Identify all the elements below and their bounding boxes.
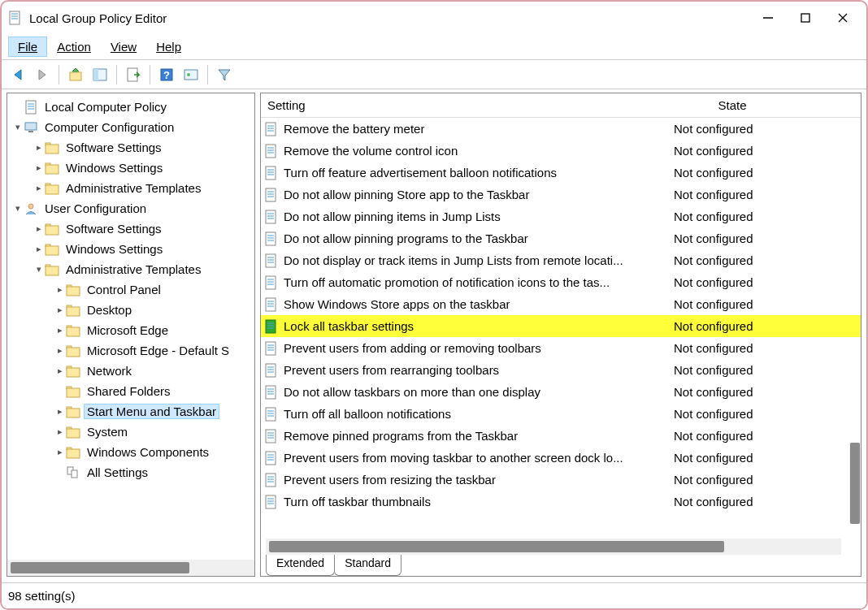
- list-row[interactable]: Do not allow pinning Store app to the Ta…: [261, 184, 861, 205]
- tree-item-label: User Configuration: [41, 201, 150, 215]
- menu-file[interactable]: File: [8, 37, 47, 57]
- list-row[interactable]: Remove the volume control iconNot config…: [261, 140, 861, 162]
- export-list-button[interactable]: [122, 63, 145, 86]
- list-row[interactable]: Prevent users from moving taskbar to ano…: [261, 447, 861, 469]
- list-row[interactable]: Prevent users from resizing the taskbarN…: [261, 469, 861, 491]
- svg-rect-21: [28, 131, 33, 132]
- expander-icon[interactable]: ▾: [12, 122, 24, 132]
- help-button[interactable]: ?: [155, 63, 178, 86]
- settings-list[interactable]: Remove the battery meterNot configuredRe…: [261, 118, 861, 535]
- tree-item[interactable]: ▾User Configuration: [7, 198, 254, 218]
- folder-icon: [45, 181, 59, 196]
- tree-item[interactable]: ▸Microsoft Edge: [7, 320, 254, 340]
- tree-hscrollbar[interactable]: [7, 560, 254, 576]
- tree-item[interactable]: ▸Software Settings: [7, 137, 254, 158]
- svg-rect-115: [266, 452, 276, 465]
- tree-item[interactable]: ▸Desktop: [7, 300, 254, 320]
- setting-label: Remove pinned programs from the Taskbar: [284, 429, 664, 443]
- list-hscrollbar[interactable]: [266, 539, 841, 555]
- menu-view[interactable]: View: [101, 37, 146, 57]
- tree[interactable]: Local Computer Policy▾Computer Configura…: [7, 93, 254, 560]
- expander-icon[interactable]: ▸: [54, 284, 66, 295]
- list-vscrollbar[interactable]: [849, 443, 861, 524]
- policy-setting-icon: [264, 275, 279, 290]
- setting-label: Turn off taskbar thumbnails: [284, 495, 664, 508]
- tree-item[interactable]: Local Computer Policy: [7, 97, 254, 117]
- tree-item[interactable]: ▸Windows Settings: [7, 158, 254, 178]
- expander-icon[interactable]: ▸: [54, 406, 66, 417]
- expander-icon[interactable]: ▸: [54, 325, 66, 335]
- svg-rect-111: [266, 430, 276, 443]
- expander-icon[interactable]: ▸: [54, 366, 66, 376]
- list-row[interactable]: Do not allow taskbars on more than one d…: [261, 381, 861, 403]
- tree-item[interactable]: ▸Network: [7, 361, 254, 381]
- list-row[interactable]: Prevent users from rearranging toolbarsN…: [261, 359, 861, 381]
- list-row[interactable]: Remove the battery meterNot configured: [261, 118, 861, 140]
- svg-rect-48: [67, 409, 80, 417]
- expander-icon[interactable]: ▸: [33, 223, 45, 234]
- list-row[interactable]: Turn off automatic promotion of notifica…: [261, 271, 861, 293]
- list-row[interactable]: Turn off taskbar thumbnailsNot configure…: [261, 491, 861, 513]
- properties-button[interactable]: [180, 63, 202, 86]
- list-row[interactable]: Lock all taskbar settingsNot configured: [261, 315, 861, 337]
- setting-label: Prevent users from resizing the taskbar: [284, 473, 664, 487]
- expander-icon[interactable]: ▾: [12, 203, 24, 214]
- expander-icon[interactable]: ▸: [33, 142, 45, 153]
- expander-icon[interactable]: ▸: [54, 305, 66, 315]
- svg-rect-46: [67, 388, 80, 397]
- setting-state: Not configured: [664, 166, 794, 180]
- tree-item[interactable]: ▸Start Menu and Taskbar: [7, 401, 254, 422]
- tab-standard[interactable]: Standard: [334, 555, 401, 576]
- tree-item[interactable]: ▸Administrative Templates: [7, 178, 254, 198]
- expander-icon[interactable]: ▸: [33, 183, 45, 193]
- expander-icon[interactable]: ▸: [33, 244, 45, 254]
- policy-setting-icon: [264, 122, 279, 136]
- tree-item[interactable]: Shared Folders: [7, 381, 254, 401]
- policy-doc-icon: [24, 100, 38, 115]
- list-row[interactable]: Do not display or track items in Jump Li…: [261, 249, 861, 271]
- tree-item[interactable]: ▸Microsoft Edge - Default S: [7, 340, 254, 361]
- back-button[interactable]: [7, 63, 29, 86]
- expander-icon[interactable]: ▾: [33, 264, 45, 275]
- svg-rect-63: [266, 167, 276, 180]
- tree-item[interactable]: All Settings: [7, 462, 254, 482]
- list-row[interactable]: Remove pinned programs from the TaskbarN…: [261, 425, 861, 447]
- tree-item[interactable]: ▸Windows Settings: [7, 239, 254, 259]
- expander-icon[interactable]: ▸: [54, 426, 66, 437]
- list-row[interactable]: Show Windows Store apps on the taskbarNo…: [261, 293, 861, 315]
- tab-extended[interactable]: Extended: [266, 555, 335, 576]
- list-row[interactable]: Do not allow pinning items in Jump Lists…: [261, 205, 861, 227]
- list-row[interactable]: Turn off feature advertisement balloon n…: [261, 162, 861, 184]
- tree-item[interactable]: ▾Computer Configuration: [7, 117, 254, 137]
- maximize-button[interactable]: [787, 5, 824, 31]
- svg-rect-38: [67, 307, 80, 316]
- svg-rect-107: [266, 408, 276, 421]
- user-icon: [24, 201, 38, 216]
- policy-setting-icon: [264, 429, 279, 443]
- minimize-button[interactable]: [749, 5, 787, 31]
- menu-help[interactable]: Help: [146, 37, 191, 57]
- policy-setting-icon: [264, 407, 279, 422]
- expander-icon[interactable]: ▸: [33, 162, 45, 173]
- column-state[interactable]: State: [667, 95, 797, 115]
- close-button[interactable]: [824, 5, 861, 31]
- tree-item[interactable]: ▸System: [7, 422, 254, 442]
- setting-label: Remove the volume control icon: [284, 144, 664, 158]
- expander-icon[interactable]: ▸: [54, 447, 66, 457]
- list-row[interactable]: Turn off all balloon notificationsNot co…: [261, 403, 861, 425]
- svg-rect-75: [266, 232, 276, 245]
- list-row[interactable]: Prevent users from adding or removing to…: [261, 337, 861, 359]
- tree-item[interactable]: ▾Administrative Templates: [7, 259, 254, 279]
- list-row[interactable]: Do not allow pinning programs to the Tas…: [261, 227, 861, 249]
- expander-icon[interactable]: ▸: [54, 345, 66, 356]
- tree-item[interactable]: ▸Control Panel: [7, 279, 254, 300]
- forward-button[interactable]: [31, 63, 54, 86]
- tree-item[interactable]: ▸Windows Components: [7, 442, 254, 462]
- menu-action[interactable]: Action: [47, 37, 101, 57]
- setting-state: Not configured: [664, 122, 794, 136]
- filter-button[interactable]: [213, 63, 236, 86]
- column-setting[interactable]: Setting: [261, 95, 667, 115]
- show-hide-tree-button[interactable]: [89, 63, 111, 86]
- up-button[interactable]: [64, 63, 87, 86]
- tree-item[interactable]: ▸Software Settings: [7, 218, 254, 239]
